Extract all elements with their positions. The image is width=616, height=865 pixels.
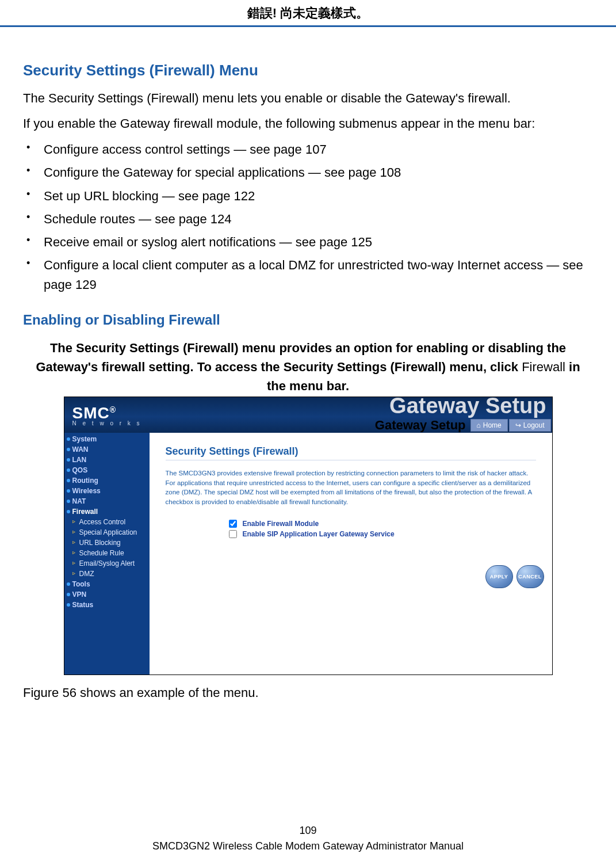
screenshot-figure: SMC® N e t w o r k s Gateway Setup Gatew… <box>64 397 553 675</box>
banner-watermark: Gateway Setup <box>389 394 546 418</box>
header-error: 錯誤! 尚未定義樣式。 <box>0 0 616 25</box>
page-number: 109 <box>0 825 616 837</box>
enable-sip-checkbox[interactable] <box>229 530 237 538</box>
brand-logo: SMC® <box>72 404 117 422</box>
sidebar-item-wan[interactable]: WAN <box>64 444 150 455</box>
list-item: Configure the Gateway for special applic… <box>23 163 593 182</box>
logout-button[interactable]: ↪Logout <box>509 419 551 432</box>
enable-sip-label: Enable SIP Application Layer Gateway Ser… <box>243 530 395 538</box>
home-button[interactable]: ⌂Home <box>470 419 508 432</box>
page-footer: 109 SMCD3GN2 Wireless Cable Modem Gatewa… <box>0 825 616 852</box>
intro-paragraph-1: The Security Settings (Firewall) menu le… <box>23 90 593 107</box>
panel-description: The SMCD3GN3 provides extensive firewall… <box>166 468 536 507</box>
logout-icon: ↪ <box>515 421 521 429</box>
instruction-highlight: Firewall <box>522 360 565 374</box>
sidebar-sub-dmz[interactable]: DMZ <box>64 569 150 579</box>
sidebar-sub-special-application[interactable]: Special Application <box>64 527 150 538</box>
panel-divider <box>166 460 536 460</box>
sidebar-sub-url-blocking[interactable]: URL Blocking <box>64 538 150 548</box>
figure-caption: Figure 56 shows an example of the menu. <box>23 685 593 700</box>
header-divider <box>0 25 616 27</box>
list-item: Set up URL blocking — see page 122 <box>23 186 593 206</box>
list-item: Configure a local client computer as a l… <box>23 256 593 295</box>
intro-paragraph-2: If you enable the Gateway firewall modul… <box>23 115 593 132</box>
enable-firewall-label: Enable Firewall Module <box>243 520 319 528</box>
section-heading-1: Security Settings (Firewall) Menu <box>23 62 593 79</box>
app-banner: SMC® N e t w o r k s Gateway Setup Gatew… <box>64 397 552 433</box>
sidebar-item-nat[interactable]: NAT <box>64 496 150 506</box>
instruction-text-a: The Security Settings (Firewall) menu pr… <box>36 341 566 374</box>
sidebar-item-status[interactable]: Status <box>64 600 150 610</box>
list-item: Receive email or syslog alert notificati… <box>23 233 593 252</box>
nav-sidebar: System WAN LAN QOS Routing Wireless NAT … <box>64 433 150 675</box>
list-item: Schedule routes — see page 124 <box>23 209 593 229</box>
apply-button[interactable]: APPLY <box>485 565 513 588</box>
submenu-list: Configure access control settings — see … <box>23 140 593 295</box>
instruction-paragraph: The Security Settings (Firewall) menu pr… <box>23 338 593 395</box>
sidebar-sub-access-control[interactable]: Access Control <box>64 517 150 527</box>
panel-title: Security Settings (Firewall) <box>166 445 536 458</box>
enable-firewall-row[interactable]: Enable Firewall Module <box>229 520 536 528</box>
enable-firewall-checkbox[interactable] <box>229 520 237 528</box>
sidebar-item-tools[interactable]: Tools <box>64 579 150 589</box>
sidebar-item-vpn[interactable]: VPN <box>64 589 150 600</box>
sidebar-sub-email-syslog-alert[interactable]: Email/Syslog Alert <box>64 558 150 569</box>
sidebar-item-lan[interactable]: LAN <box>64 455 150 465</box>
sidebar-item-qos[interactable]: QOS <box>64 465 150 475</box>
sidebar-item-wireless[interactable]: Wireless <box>64 486 150 496</box>
list-item: Configure access control settings — see … <box>23 140 593 159</box>
cancel-button[interactable]: CANCEL <box>516 565 544 588</box>
gateway-setup-label: Gateway Setup <box>375 418 466 433</box>
manual-title: SMCD3GN2 Wireless Cable Modem Gateway Ad… <box>152 840 464 852</box>
sidebar-item-system[interactable]: System <box>64 434 150 444</box>
sidebar-item-firewall[interactable]: Firewall <box>64 506 150 517</box>
action-button-row: APPLY CANCEL <box>485 565 544 588</box>
home-icon: ⌂ <box>477 421 481 429</box>
content-panel: Security Settings (Firewall) The SMCD3GN… <box>150 433 552 675</box>
enable-sip-row[interactable]: Enable SIP Application Layer Gateway Ser… <box>229 530 536 538</box>
brand-subtext: N e t w o r k s <box>72 420 142 426</box>
sidebar-sub-schedule-rule[interactable]: Schedule Rule <box>64 548 150 558</box>
sidebar-item-routing[interactable]: Routing <box>64 475 150 486</box>
section-heading-2: Enabling or Disabling Firewall <box>23 312 593 328</box>
banner-subbar: Gateway Setup ⌂Home ↪Logout <box>375 418 551 433</box>
